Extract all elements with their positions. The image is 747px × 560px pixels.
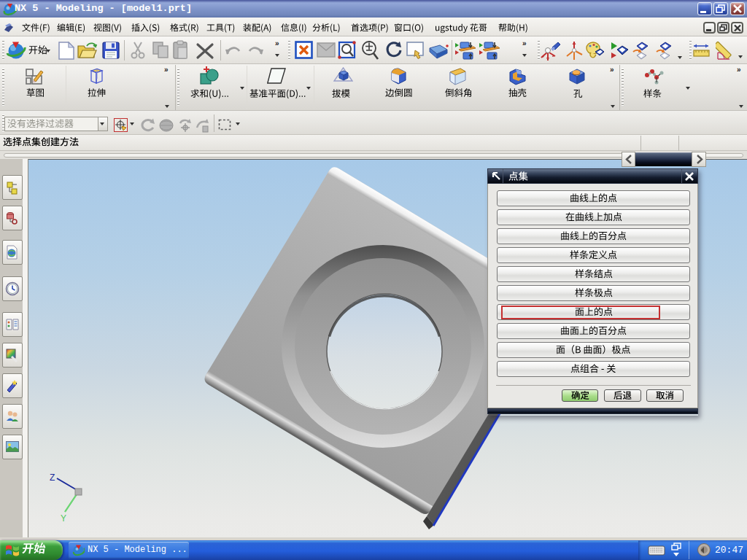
svg-text:Z: Z [50, 472, 55, 483]
svg-text:Y: Y [61, 513, 66, 521]
